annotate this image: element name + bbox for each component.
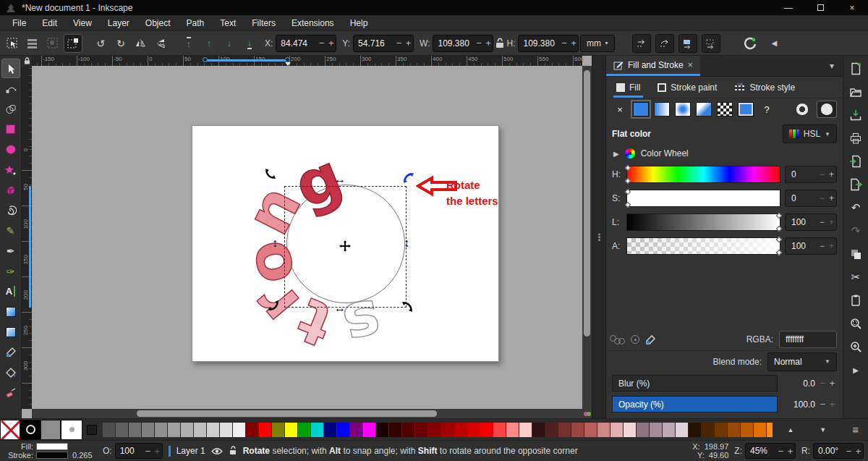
scale-stroke-toggle[interactable] <box>632 34 651 53</box>
menu-filters[interactable]: Filters <box>244 15 284 31</box>
paint-unknown-button[interactable]: ? <box>759 102 775 117</box>
menu-text[interactable]: Text <box>212 15 244 31</box>
object-opacity-input[interactable]: 100−+ <box>115 443 163 459</box>
fill-stroke-dialog-tab[interactable]: Fill and Stroke × <box>606 56 700 76</box>
dialog-collapse-chevron[interactable]: ▾ <box>821 56 843 76</box>
select-all-button[interactable] <box>3 34 22 53</box>
hue-slider[interactable] <box>626 166 780 183</box>
blur-decrement[interactable]: − <box>818 378 827 389</box>
vertical-scrollbar-thumb[interactable] <box>584 70 590 337</box>
palette-swatch[interactable] <box>337 423 349 437</box>
paste-button[interactable] <box>847 292 864 309</box>
raise-to-top-button[interactable]: ↑ <box>179 34 198 53</box>
palette-swatch[interactable] <box>155 423 167 437</box>
palette-swatch[interactable] <box>363 423 375 437</box>
tab-fill[interactable]: Fill <box>609 77 647 98</box>
palette-swatch[interactable] <box>272 423 284 437</box>
skew-handle-top[interactable]: ↔ <box>334 174 346 185</box>
restore-button[interactable] <box>804 0 836 15</box>
tool-rectangle[interactable] <box>1 119 20 139</box>
raise-button[interactable]: ↑ <box>200 34 218 53</box>
tool-shape-builder[interactable] <box>1 99 20 119</box>
rotate-handle-bottom-right[interactable] <box>401 301 413 313</box>
fill-stroke-indicator[interactable]: Fill: Stroke: 0.265 <box>4 442 97 460</box>
horizontal-scrollbar[interactable] <box>32 409 582 418</box>
palette-swatch[interactable] <box>597 423 610 437</box>
saturation-spinbox[interactable]: 0−+ <box>785 190 837 207</box>
tool-selector[interactable] <box>1 59 20 78</box>
palette-swatch[interactable] <box>493 423 506 437</box>
tool-ellipse[interactable] <box>1 140 20 159</box>
paint-radial-gradient-button[interactable] <box>675 102 691 117</box>
paint-none-button[interactable]: × <box>612 102 628 117</box>
rotate-handle-top-right-active[interactable] <box>403 172 414 184</box>
layer-visibility-eye-icon[interactable] <box>211 447 223 455</box>
new-document-button[interactable] <box>847 60 864 77</box>
stroke-swatch[interactable] <box>36 452 68 459</box>
x-increment[interactable]: + <box>326 38 336 48</box>
color-wheel-expander[interactable]: ▶ <box>613 150 619 158</box>
menu-object[interactable]: Object <box>137 15 179 31</box>
color-circle-mode-icon[interactable] <box>631 335 639 344</box>
palette-swatch[interactable] <box>220 423 232 437</box>
palette-swatch[interactable] <box>637 423 649 437</box>
opacity-increment[interactable]: + <box>827 399 837 410</box>
paint-flat-color-button[interactable] <box>633 102 649 117</box>
undo-button[interactable]: ↶ <box>847 199 864 216</box>
opacity-decrement[interactable]: − <box>818 399 827 410</box>
palette-dark-swatch[interactable] <box>87 425 97 435</box>
palette-swatch[interactable] <box>519 423 532 437</box>
horizontal-scrollbar-thumb[interactable] <box>137 410 437 417</box>
skew-handle-left[interactable]: ↕ <box>272 237 278 249</box>
h-decrement[interactable]: − <box>559 38 569 48</box>
palette-swatch[interactable] <box>728 423 740 437</box>
color-wheel-mode-icon[interactable] <box>612 335 625 344</box>
palette-swatch[interactable] <box>454 423 467 437</box>
pick-color-dropper-icon[interactable] <box>645 334 657 345</box>
blend-mode-dropdown[interactable]: Normal▼ <box>767 352 837 371</box>
palette-swatch[interactable] <box>532 423 545 437</box>
palette-white[interactable] <box>61 420 82 440</box>
toggle-selection-box-button[interactable] <box>64 34 82 53</box>
palette-swatch[interactable] <box>480 423 493 437</box>
print-button[interactable] <box>847 130 864 147</box>
blur-increment[interactable]: + <box>827 378 837 389</box>
lower-button[interactable]: ↓ <box>220 34 239 53</box>
tool-bezier-pen[interactable]: ✒ <box>1 241 20 261</box>
paint-swatch-button[interactable] <box>738 102 754 117</box>
layer-lock-icon[interactable] <box>229 446 237 456</box>
hue-spinbox[interactable]: 0−+ <box>785 166 837 183</box>
height-input[interactable]: 109.380−+ <box>518 35 579 52</box>
canvas-area[interactable]: -150-100-5005010015020025030035040045050… <box>22 56 592 418</box>
width-input[interactable]: 109.380−+ <box>433 35 493 52</box>
redo-button[interactable]: ↷ <box>847 222 864 240</box>
zoom-input[interactable]: 45%−+ <box>745 443 796 459</box>
menu-help[interactable]: Help <box>342 15 376 31</box>
save-document-button[interactable] <box>847 106 864 124</box>
lightness-spinbox[interactable]: 100−+ <box>785 213 837 231</box>
w-decrement[interactable]: − <box>474 38 483 48</box>
rotation-input[interactable]: 0.00°−+ <box>813 443 864 459</box>
palette-swatch[interactable] <box>103 423 115 437</box>
x-input[interactable]: 84.474−+ <box>276 35 336 52</box>
y-input[interactable]: 54.716−+ <box>353 35 414 52</box>
units-dropdown[interactable]: mm▼ <box>580 35 615 52</box>
scale-corners-toggle[interactable] <box>655 34 674 53</box>
palette-swatch[interactable] <box>467 423 480 437</box>
palette-swatch[interactable] <box>702 423 714 437</box>
palette-swatch[interactable] <box>246 423 258 437</box>
palette-swatch[interactable] <box>194 423 206 437</box>
y-decrement[interactable]: − <box>394 38 404 48</box>
skew-handle-right[interactable]: ↕ <box>404 237 409 249</box>
tool-spiral[interactable] <box>1 200 20 220</box>
copy-button[interactable] <box>847 245 864 263</box>
rotate-cw-button[interactable]: ↻ <box>111 34 130 53</box>
palette-black[interactable] <box>20 420 41 440</box>
tool-paint-bucket[interactable] <box>1 363 20 382</box>
vertical-scrollbar[interactable] <box>582 66 592 409</box>
paint-pattern-button[interactable] <box>717 102 733 117</box>
flip-horizontal-button[interactable] <box>132 34 150 53</box>
palette-swatch[interactable] <box>415 423 427 437</box>
fill-swatch[interactable] <box>36 443 68 450</box>
palette-swatch[interactable] <box>168 423 180 437</box>
